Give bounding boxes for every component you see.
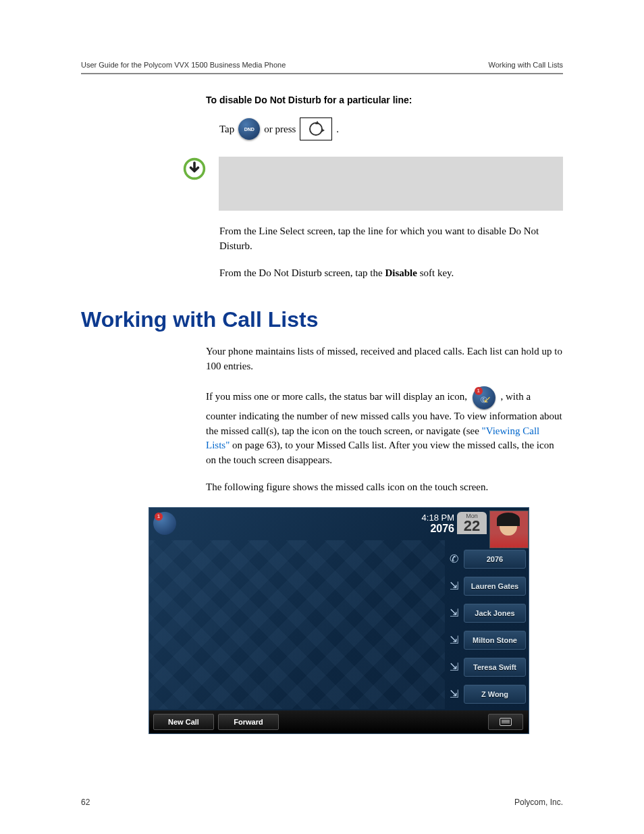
speed-dial-button[interactable]: Z Wong — [464, 685, 526, 704]
dnd-para2: From the Do Not Disturb screen, tap the … — [219, 266, 563, 281]
speed-dial-row[interactable]: ⇲ Lauren Gates — [446, 573, 529, 600]
menu-softkey[interactable] — [488, 714, 523, 730]
speed-dial-icon: ⇲ — [446, 687, 461, 702]
company-name: Polycom, Inc. — [514, 798, 563, 807]
speed-dial-icon: ⇲ — [446, 606, 461, 621]
dnd-disable-heading: To disable Do Not Disturb for a particul… — [206, 95, 563, 105]
speed-dial-button[interactable]: Jack Jones — [464, 604, 526, 623]
line-key-row[interactable]: ✆ 2076 — [446, 546, 529, 573]
section-title-call-lists: Working with Call Lists — [81, 307, 563, 332]
dnd-softkey-icon — [238, 118, 260, 140]
calllist-para3: The following figure shows the missed ca… — [206, 480, 563, 495]
speed-dial-icon: ⇲ — [446, 660, 461, 675]
phone-missed-icon[interactable]: 1 — [153, 512, 176, 535]
menu-icon — [500, 718, 512, 726]
calllist-para2: If you miss one or more calls, the statu… — [206, 386, 563, 468]
page-footer: 62 Polycom, Inc. — [81, 798, 563, 807]
speed-dial-button[interactable]: Milton Stone — [464, 631, 526, 650]
speed-dial-row[interactable]: ⇲ Milton Stone — [446, 627, 529, 654]
phone-screenshot: 1 4:18 PM 2076 Mon 22 ✆ 2076 ⇲ — [149, 507, 529, 734]
speed-dial-icon: ⇲ — [446, 579, 461, 594]
header-left: User Guide for the Polycom VVX 1500 Busi… — [81, 61, 286, 69]
avatar — [489, 511, 529, 548]
phone-date-tab: Mon 22 — [457, 512, 487, 535]
note-row — [81, 157, 563, 211]
phone-time-block: 4:18 PM 2076 — [422, 511, 454, 535]
phone-day-num: 22 — [457, 519, 487, 535]
period: . — [336, 124, 339, 135]
note-icon — [182, 157, 207, 181]
handset-icon: ✆ — [446, 552, 461, 567]
speed-dial-row[interactable]: ⇲ Z Wong — [446, 681, 529, 708]
speed-dial-row[interactable]: ⇲ Jack Jones — [446, 600, 529, 627]
speed-dial-row[interactable]: ⇲ Teresa Swift — [446, 654, 529, 681]
page-header: User Guide for the Polycom VVX 1500 Busi… — [81, 61, 563, 74]
phone-time: 4:18 PM — [422, 513, 454, 523]
forward-softkey[interactable]: Forward — [218, 714, 279, 730]
new-call-softkey[interactable]: New Call — [153, 714, 214, 730]
note-box — [219, 157, 563, 211]
phone-ext: 2076 — [422, 523, 454, 535]
speed-dial-button[interactable]: Teresa Swift — [464, 658, 526, 677]
instruction-line: Tap or press . — [219, 118, 563, 140]
line-key-button[interactable]: 2076 — [464, 550, 526, 569]
phone-sidebar: ✆ 2076 ⇲ Lauren Gates ⇲ Jack Jones ⇲ Mil… — [446, 546, 529, 708]
page-number: 62 — [81, 798, 90, 807]
dnd-hardkey-icon — [300, 118, 332, 140]
missed-calls-icon: 1 ↙ ✆ — [473, 386, 495, 409]
or-press-text: or press — [264, 124, 296, 135]
calllist-para1: Your phone maintains lists of missed, re… — [206, 344, 563, 374]
softkey-bar: New Call Forward — [149, 710, 529, 733]
tap-text: Tap — [219, 124, 234, 135]
dnd-para1: From the Line Select screen, tap the lin… — [219, 224, 563, 254]
speed-dial-icon: ⇲ — [446, 633, 461, 648]
header-right: Working with Call Lists — [489, 61, 563, 69]
speed-dial-button[interactable]: Lauren Gates — [464, 577, 526, 596]
